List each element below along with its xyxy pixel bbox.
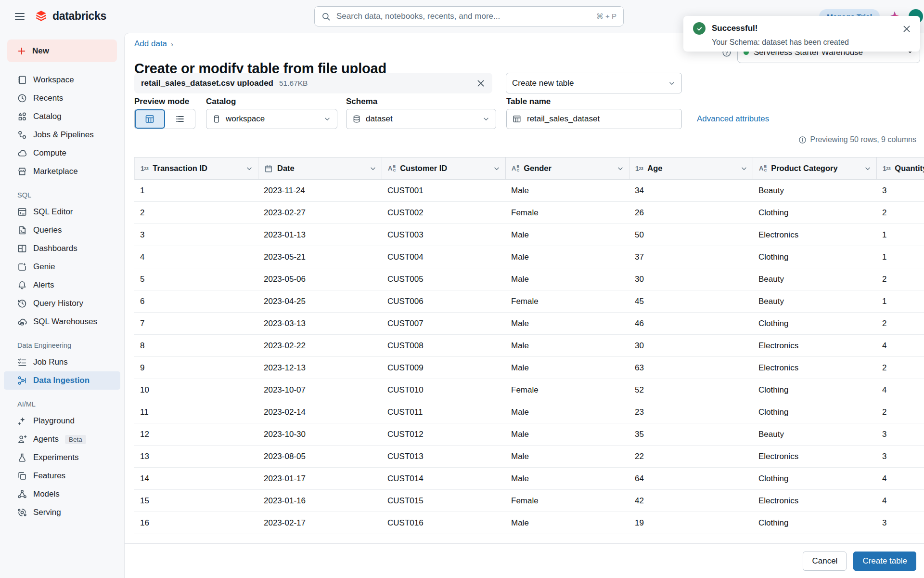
sidebar-item-genie[interactable]: Genie — [4, 258, 120, 276]
toast-close-icon[interactable] — [902, 24, 911, 34]
table-cell: Beauty — [753, 423, 876, 445]
column-header-date[interactable]: Date — [258, 158, 382, 179]
table-cell: Male — [505, 468, 629, 489]
table-cell: Female — [505, 290, 629, 312]
table-cell: CUST002 — [382, 202, 505, 223]
table-cell: 2023-01-17 — [258, 468, 382, 489]
sidebar-item-sql-warehouses[interactable]: SQL Warehouses — [4, 313, 120, 331]
hamburger-menu-icon[interactable] — [13, 11, 26, 22]
table-cell: 14 — [134, 468, 258, 489]
remove-file-icon[interactable] — [476, 79, 486, 88]
new-button[interactable]: New — [7, 39, 117, 62]
sidebar-item-marketplace[interactable]: Marketplace — [4, 162, 120, 181]
column-header-transaction-id[interactable]: 123Transaction ID — [135, 158, 258, 179]
table-cell: CUST006 — [382, 290, 505, 312]
sidebar-item-label: Serving — [33, 508, 61, 517]
sidebar-item-label: Compute — [33, 148, 66, 158]
schema-select[interactable]: dataset — [346, 109, 496, 129]
advanced-attributes-link[interactable]: Advanced attributes — [697, 114, 769, 124]
column-header-gender[interactable]: ABCGender — [506, 158, 629, 179]
table-cell: 2 — [876, 401, 924, 423]
column-label: Product Category — [771, 164, 860, 173]
sidebar-item-compute[interactable]: Compute — [4, 144, 120, 162]
sidebar-item-agents[interactable]: AgentsBeta — [4, 430, 120, 448]
sidebar-item-models[interactable]: Models — [4, 485, 120, 503]
table-name-input[interactable] — [526, 114, 676, 124]
table-cell: Male — [505, 401, 629, 423]
table-cell: Beauty — [753, 290, 876, 312]
table-cell: CUST010 — [382, 379, 505, 401]
data-ingestion-icon — [17, 376, 27, 385]
create-mode-select[interactable]: Create new table — [506, 73, 682, 93]
sidebar-item-sql-editor[interactable]: SQL Editor — [4, 203, 120, 221]
chevron-down-icon — [493, 165, 500, 172]
schema-group: Schema dataset — [346, 97, 496, 129]
table-cell: Clothing — [753, 401, 876, 423]
sidebar-item-alerts[interactable]: Alerts — [4, 276, 120, 294]
catalog-select[interactable]: workspace — [206, 109, 337, 129]
table-cell: 26 — [629, 202, 753, 223]
table-cell: 2 — [876, 268, 924, 290]
databricks-logo[interactable]: databricks — [35, 10, 106, 23]
sidebar-item-catalog[interactable]: Catalog — [4, 107, 120, 126]
table-cell: 1 — [876, 224, 924, 246]
sidebar-item-label: Features — [33, 471, 65, 481]
table-cell: 2 — [876, 357, 924, 379]
jobs-icon — [17, 130, 27, 140]
column-header-product-category[interactable]: ABCProduct Category — [753, 158, 877, 179]
sidebar-item-queries[interactable]: Queries — [4, 221, 120, 239]
table-cell: Male — [505, 423, 629, 445]
table-cell: 63 — [629, 357, 753, 379]
sidebar-item-jobs-pipelines[interactable]: Jobs & Pipelines — [4, 126, 120, 144]
catalog-label: Catalog — [206, 97, 337, 106]
sidebar-item-experiments[interactable]: Experiments — [4, 448, 120, 467]
sidebar-item-recents[interactable]: Recents — [4, 89, 120, 107]
sidebar-item-serving[interactable]: Serving — [4, 503, 120, 522]
table-view-button[interactable] — [135, 109, 165, 129]
sidebar-item-label: SQL Warehouses — [33, 317, 97, 327]
column-header-age[interactable]: 123Age — [629, 158, 753, 179]
table-cell: 4 — [876, 490, 924, 512]
models-icon — [17, 489, 27, 499]
table-name-label: Table name — [506, 97, 682, 106]
column-header-customer-id[interactable]: ABCCustomer ID — [382, 158, 506, 179]
list-view-button[interactable] — [165, 109, 195, 129]
cancel-button[interactable]: Cancel — [803, 552, 847, 571]
sidebar-item-dashboards[interactable]: Dashboards — [4, 239, 120, 258]
table-cell: 15 — [134, 490, 258, 512]
table-cell: Clothing — [753, 379, 876, 401]
sidebar-item-workspace[interactable]: Workspace — [4, 71, 120, 89]
sidebar-item-label: Data Ingestion — [33, 376, 90, 385]
sidebar-item-job-runs[interactable]: Job Runs — [4, 353, 120, 371]
uploaded-file-chip: retail_sales_dataset.csv uploaded 51.67K… — [134, 73, 492, 93]
chevron-down-icon — [616, 165, 624, 172]
global-search[interactable]: ⌘ + P — [314, 6, 624, 26]
search-input[interactable] — [335, 11, 591, 22]
sidebar-section-label: Data Engineering — [17, 342, 124, 349]
create-table-button[interactable]: Create table — [853, 552, 916, 571]
sidebar-item-label: Models — [33, 489, 60, 499]
breadcrumb-add-data-link[interactable]: Add data — [134, 39, 167, 49]
table-cell: 2023-02-14 — [258, 401, 382, 423]
column-label: Customer ID — [400, 164, 488, 173]
table-cell: CUST007 — [382, 313, 505, 334]
table-cell: Clothing — [753, 313, 876, 334]
info-icon — [798, 136, 807, 144]
table-cell: CUST011 — [382, 401, 505, 423]
column-label: Transaction ID — [153, 164, 241, 173]
sidebar-item-features[interactable]: Features — [4, 467, 120, 485]
table-row: 32023-01-13CUST003Male50Electronics1 — [134, 224, 924, 246]
chevron-down-icon — [482, 115, 490, 123]
sidebar-item-label: Recents — [33, 93, 63, 103]
table-cell: 45 — [629, 290, 753, 312]
table-row: 92023-12-13CUST009Male63Electronics2 — [134, 357, 924, 379]
sidebar-item-query-history[interactable]: Query History — [4, 294, 120, 313]
column-header-quantity[interactable]: 123Quantity — [877, 158, 924, 179]
sidebar-item-playground[interactable]: Playground — [4, 412, 120, 430]
table-name-group: Table name — [506, 97, 682, 129]
table-cell: Male — [505, 335, 629, 356]
sidebar-item-data-ingestion[interactable]: Data Ingestion — [4, 371, 120, 390]
chevron-down-icon — [369, 165, 377, 172]
table-cell: 2023-04-25 — [258, 290, 382, 312]
string-type-icon: ABC — [512, 165, 519, 172]
